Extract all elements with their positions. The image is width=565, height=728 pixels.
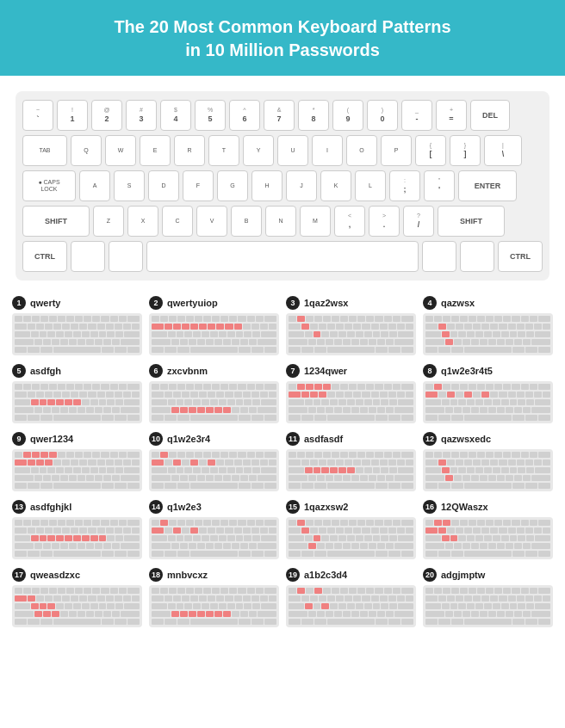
mini-space-row xyxy=(152,551,276,557)
mini-key xyxy=(92,588,100,594)
kb-row-1: ~` !1 @2 #3 $4 %5 ^6 &7 *8 (9 )0 _- += D… xyxy=(22,100,543,131)
mini-key xyxy=(269,595,276,602)
mini-row-0 xyxy=(15,452,140,458)
mini-key xyxy=(366,384,374,390)
mini-key xyxy=(169,384,177,390)
mini-key xyxy=(49,520,57,526)
mini-row-1 xyxy=(15,527,140,534)
mini-keyboard-17 xyxy=(12,585,142,627)
mini-key xyxy=(460,452,468,458)
mini-row-1 xyxy=(152,527,276,534)
mini-key xyxy=(90,603,98,609)
mini-key xyxy=(107,467,115,473)
mini-key xyxy=(535,603,550,609)
pattern-number-4: 4 xyxy=(423,296,437,310)
mini-key xyxy=(53,527,61,534)
mini-key xyxy=(103,407,111,413)
mini-key xyxy=(330,331,338,337)
mini-key xyxy=(525,527,533,534)
mini-key xyxy=(321,399,329,405)
mini-key xyxy=(165,460,172,466)
mini-key xyxy=(225,527,233,534)
mini-key xyxy=(206,475,214,481)
mini-key xyxy=(115,331,123,337)
mini-key xyxy=(425,316,433,322)
mini-row-1 xyxy=(425,324,550,330)
mini-key xyxy=(95,407,102,413)
mini-key xyxy=(471,475,479,481)
mini-key xyxy=(356,603,363,609)
pattern-item-18: 18mnbvcxz xyxy=(149,568,279,627)
key-2: @2 xyxy=(91,100,122,131)
mini-key xyxy=(227,399,235,405)
mini-key xyxy=(15,611,34,617)
mini-key xyxy=(343,543,351,549)
key-rbracket: }] xyxy=(450,135,481,166)
mini-key xyxy=(538,551,550,557)
mini-key xyxy=(388,415,400,421)
mini-key xyxy=(289,407,307,413)
key-period: >. xyxy=(369,206,400,237)
mini-key xyxy=(330,399,338,405)
keyboard-section: ~` !1 @2 #3 $4 %5 ^6 &7 *8 (9 )0 _- += D… xyxy=(0,76,565,289)
mini-key xyxy=(232,611,239,617)
mini-key xyxy=(497,475,505,481)
mini-key xyxy=(371,595,379,602)
pattern-number-13: 13 xyxy=(12,500,26,514)
mini-key xyxy=(445,543,453,549)
mini-key xyxy=(531,475,550,481)
mini-key xyxy=(289,595,301,602)
mini-key xyxy=(238,384,245,390)
mini-key xyxy=(525,595,533,602)
mini-row-1 xyxy=(15,460,140,466)
mini-key xyxy=(334,475,342,481)
mini-key xyxy=(258,407,276,413)
mini-key xyxy=(353,392,361,398)
mini-key xyxy=(58,316,65,322)
pattern-number-6: 6 xyxy=(149,364,163,378)
mini-key xyxy=(425,452,433,458)
mini-row-3 xyxy=(152,339,276,345)
mini-key xyxy=(464,392,472,398)
mini-key xyxy=(308,611,316,617)
mini-key xyxy=(69,339,77,345)
mini-key xyxy=(121,475,140,481)
mini-key xyxy=(31,331,39,337)
mini-key xyxy=(99,603,107,609)
mini-key xyxy=(371,324,379,330)
mini-key xyxy=(202,399,209,405)
mini-row-3 xyxy=(15,611,140,617)
mini-key xyxy=(184,331,192,337)
mini-key xyxy=(345,595,352,602)
mini-key xyxy=(475,535,483,541)
mini-keyboard-11 xyxy=(286,449,416,491)
mini-key xyxy=(362,460,369,466)
mini-key xyxy=(53,483,102,489)
mini-key xyxy=(127,316,140,322)
mini-key xyxy=(223,611,231,617)
mini-key xyxy=(375,384,382,390)
mini-key xyxy=(477,520,485,526)
pattern-number-5: 5 xyxy=(12,364,26,378)
mini-key xyxy=(36,324,44,330)
mini-key xyxy=(251,347,264,353)
mini-key xyxy=(289,452,296,458)
mini-key xyxy=(319,460,326,466)
mini-key xyxy=(260,527,268,534)
pattern-number-2: 2 xyxy=(149,296,163,310)
mini-key xyxy=(438,483,450,489)
mini-key xyxy=(82,399,90,405)
mini-key xyxy=(177,483,189,489)
pattern-label-15: 151qazxsw2 xyxy=(286,500,416,514)
mini-key xyxy=(69,611,77,617)
mini-key xyxy=(152,520,159,526)
mini-key xyxy=(247,520,255,526)
mini-key xyxy=(458,603,466,609)
mini-key xyxy=(244,535,251,541)
mini-key xyxy=(314,452,322,458)
mini-key xyxy=(251,595,259,602)
mini-key xyxy=(480,475,487,481)
mini-key xyxy=(75,520,83,526)
mini-key xyxy=(189,543,196,549)
mini-key xyxy=(375,520,382,526)
